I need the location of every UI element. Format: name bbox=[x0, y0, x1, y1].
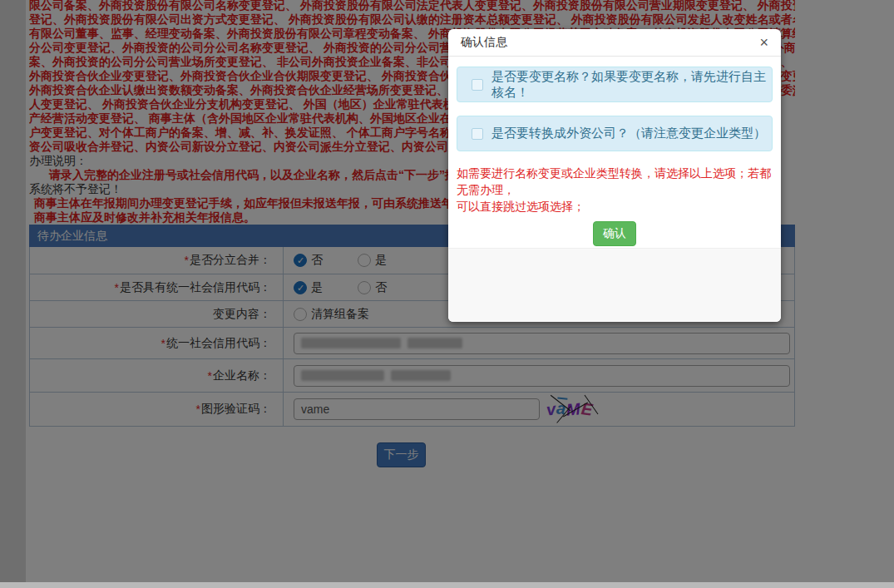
modal-header: 确认信息 × bbox=[448, 29, 781, 57]
confirm-info-modal: 确认信息 × 是否要变更名称？如果要变更名称，请先进行自主核名！ 是否要转换成外… bbox=[448, 29, 781, 322]
close-icon[interactable]: × bbox=[759, 35, 768, 50]
checkbox-convert-foreign[interactable] bbox=[472, 128, 483, 140]
page-bottom-strip bbox=[0, 582, 894, 588]
modal-warning-text: 如需要进行名称变更或企业类型转换，请选择以上选项；若都无需办理， 可以直接跳过选… bbox=[457, 165, 773, 215]
modal-body: 是否要变更名称？如果要变更名称，请先进行自主核名！ 是否要转换成外资公司？（请注… bbox=[448, 57, 781, 248]
option-change-name-label: 是否要变更名称？如果要变更名称，请先进行自主核名！ bbox=[491, 69, 772, 101]
option-convert-foreign[interactable]: 是否要转换成外资公司？（请注意变更企业类型） bbox=[457, 116, 773, 151]
option-change-name[interactable]: 是否要变更名称？如果要变更名称，请先进行自主核名！ bbox=[457, 67, 773, 102]
modal-warning-line-1: 如需要进行名称变更或企业类型转换，请选择以上选项；若都无需办理， bbox=[457, 165, 773, 198]
modal-title: 确认信息 bbox=[461, 35, 507, 50]
modal-footer bbox=[448, 248, 781, 322]
screen: 限公司备案、外商投资股份有限公司名称变更登记、 外商投资股份有限公司法定代表人变… bbox=[0, 0, 894, 588]
checkbox-change-name[interactable] bbox=[472, 79, 483, 91]
option-convert-foreign-label: 是否要转换成外资公司？（请注意变更企业类型） bbox=[491, 126, 766, 141]
modal-warning-line-2: 可以直接跳过选项选择； bbox=[457, 198, 773, 215]
confirm-button[interactable]: 确认 bbox=[593, 221, 636, 246]
